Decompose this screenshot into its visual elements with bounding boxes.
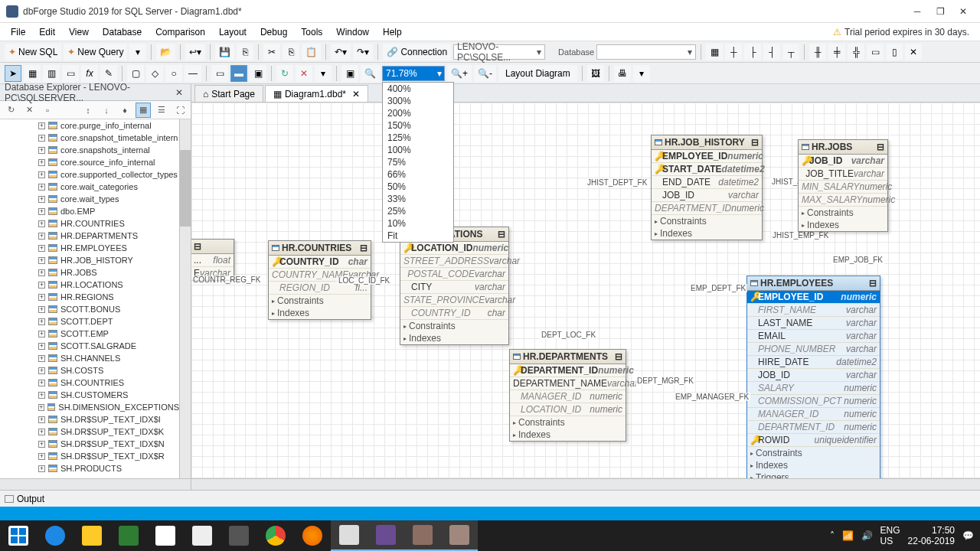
tree-node[interactable]: +SH.COSTS	[0, 364, 179, 377]
layout-opt3-button[interactable]: ├	[744, 44, 761, 60]
menu-help[interactable]: Help	[377, 24, 408, 40]
shape3-button[interactable]: ○	[165, 65, 182, 82]
layout-opt2-button[interactable]: ┼	[725, 44, 742, 60]
zoom-option[interactable]: 75%	[383, 156, 453, 168]
new-query-button[interactable]: ✦New Query	[64, 44, 127, 60]
tree-node[interactable]: +core.wait_types	[0, 193, 179, 205]
diagram-canvas[interactable]: ⊟ ...float Evarchar COUNTR_REG_FK HR.COU…	[191, 103, 980, 478]
shape2-button[interactable]: ◇	[146, 65, 163, 82]
menu-layout[interactable]: Layout	[213, 24, 253, 40]
table-tool-button[interactable]: ▦	[24, 65, 41, 82]
layout-opt4-button[interactable]: ┤	[763, 44, 780, 60]
exp-filter3-button[interactable]: ☰	[154, 103, 169, 118]
layout-opt8-button[interactable]: ╬	[848, 44, 864, 60]
tree-node[interactable]: +dbo.EMP	[0, 205, 179, 217]
layout-opt5-button[interactable]: ┬	[782, 44, 799, 60]
exp-filter4-button[interactable]: ⛶	[172, 103, 188, 118]
exp-filter2-button[interactable]: ▦	[136, 103, 151, 118]
entity-employees[interactable]: HR.EMPLOYEES⊟ 🔑EMPLOYEE_IDnumeric FIRST_…	[746, 276, 880, 478]
taskbar-dbforge[interactable]	[368, 520, 404, 551]
tree-node[interactable]: +HR.REGIONS	[0, 291, 179, 303]
cancel-button[interactable]: ✕	[296, 65, 312, 82]
zoom-combobox[interactable]: 71.78% ▾ 400%300%200%150%125%100%75%66%5…	[382, 66, 445, 81]
explorer-close-button[interactable]: ✕	[172, 87, 186, 98]
tree-node[interactable]: +core.snapshot_timetable_intern	[0, 132, 179, 144]
exp-sort1-button[interactable]: ↕	[80, 103, 96, 118]
tree-node[interactable]: +SH.DIMENSION_EXCEPTIONS	[0, 401, 179, 413]
exp-sort2-button[interactable]: ↓	[99, 103, 114, 118]
tree-node[interactable]: +HR.LOCATIONS	[0, 279, 179, 291]
exp-new-button[interactable]: ▫	[40, 103, 55, 118]
zoom-option[interactable]: 400%	[383, 83, 453, 95]
zoom-option[interactable]: 66%	[383, 168, 453, 181]
entity-departments[interactable]: HR.DEPARTMENTS⊟ 🔑DEPARTMENT_IDnumeric DE…	[509, 349, 626, 442]
print-button[interactable]: 🖶	[614, 65, 631, 82]
tree-node[interactable]: +SH.CUSTOMERS	[0, 389, 179, 401]
exp-filter1-button[interactable]: ♦	[117, 103, 132, 118]
taskbar-app2[interactable]	[404, 520, 441, 551]
taskbar-home[interactable]	[147, 520, 184, 551]
entity-locations[interactable]: HR.LOCATIONS⊟ 🔑LOCATION_IDnumeric STREET…	[400, 227, 509, 345]
zoom-option[interactable]: 10%	[383, 217, 453, 230]
zoom-option[interactable]: 125%	[383, 132, 453, 144]
shape4-button[interactable]: —	[185, 65, 201, 82]
undo-button[interactable]: ↶▾	[331, 44, 351, 60]
database-field[interactable]: ▾	[596, 44, 696, 60]
connection-button[interactable]: 🔗Connection	[383, 44, 451, 60]
tree-node[interactable]: +SCOTT.SALGRADE	[0, 340, 179, 352]
tree-node[interactable]: +SH.DR$SUP_TEXT_IDX$K	[0, 425, 179, 438]
container1-button[interactable]: ▭	[211, 65, 228, 82]
paste-button[interactable]: 📋	[302, 44, 321, 60]
tree-node[interactable]: +SCOTT.DEPT	[0, 315, 179, 328]
zoom-option[interactable]: 25%	[383, 205, 453, 217]
layout-opt7-button[interactable]: ╪	[828, 44, 845, 60]
menu-tools[interactable]: Tools	[295, 24, 328, 40]
start-button[interactable]	[0, 520, 37, 551]
shape1-button[interactable]: ▢	[127, 65, 144, 82]
tree-node[interactable]: +SH.DR$SUP_TEXT_IDX$N	[0, 438, 179, 450]
tree-node[interactable]: +HR.DEPARTMENTS	[0, 230, 179, 242]
layout-opt11-button[interactable]: ✕	[905, 44, 922, 60]
explorer-vscrollbar[interactable]	[179, 119, 191, 478]
tree-node[interactable]: +HR.EMPLOYEES	[0, 242, 179, 254]
save-all-button[interactable]: ⎘	[237, 44, 253, 60]
menu-view[interactable]: View	[63, 24, 95, 40]
export-img-button[interactable]: 🖼	[587, 65, 604, 82]
tree-node[interactable]: +core.wait_categories	[0, 181, 179, 193]
history-button[interactable]: ↩▾	[185, 44, 205, 60]
tray-clock[interactable]: 17:5022-06-2019	[908, 525, 955, 547]
open-button[interactable]: 📂	[156, 44, 175, 60]
zoom-option[interactable]: 200%	[383, 107, 453, 119]
tree-node[interactable]: +SH.DR$SUP_TEXT_IDX$I	[0, 413, 179, 425]
tree-node[interactable]: +SCOTT.BONUS	[0, 303, 179, 315]
menu-file[interactable]: File	[5, 24, 31, 40]
layout-opt9-button[interactable]: ▭	[867, 44, 884, 60]
menu-comparison[interactable]: Comparison	[149, 24, 211, 40]
zoom-dropdown-icon[interactable]: ▾	[433, 68, 444, 79]
taskbar-store[interactable]	[110, 520, 147, 551]
tree-node[interactable]: +HR.JOBS	[0, 266, 179, 279]
layout-opt10-button[interactable]: ▯	[886, 44, 903, 60]
layout-diagram-button[interactable]: Layout Diagram	[498, 65, 577, 82]
tree-node[interactable]: +SH.CHANNELS	[0, 352, 179, 364]
diagram-hscrollbar[interactable]	[191, 478, 980, 490]
tree-node[interactable]: +core.source_info_internal	[0, 156, 179, 168]
relation-tool-button[interactable]: ▭	[62, 65, 79, 82]
container2-button[interactable]: ▬	[230, 65, 247, 82]
exp-refresh-button[interactable]: ↻	[3, 103, 18, 118]
zoom-option[interactable]: Fit	[383, 230, 453, 242]
tree-node[interactable]: +SH.DR$SUP_TEXT_IDX$R	[0, 450, 179, 462]
tree-node[interactable]: +SH.COUNTRIES	[0, 377, 179, 389]
tree-node[interactable]: +SCOTT.EMP	[0, 328, 179, 340]
container3-button[interactable]: ▣	[250, 65, 266, 82]
save-button[interactable]: 💾	[215, 44, 234, 60]
taskbar-chrome[interactable]	[257, 520, 294, 551]
taskbar[interactable]: ˄ 📶 🔊 ENGUS 17:5022-06-2019 💬	[0, 520, 980, 551]
zoom-value[interactable]: 71.78%	[383, 68, 433, 79]
explorer-hscrollbar[interactable]	[0, 478, 191, 490]
maximize-button[interactable]: ❐	[929, 3, 951, 20]
taskbar-app3[interactable]	[441, 520, 478, 551]
tree-node[interactable]: +HR.JOB_HISTORY	[0, 254, 179, 266]
output-panel[interactable]: Output	[0, 490, 980, 507]
taskbar-explorer[interactable]	[74, 520, 110, 551]
